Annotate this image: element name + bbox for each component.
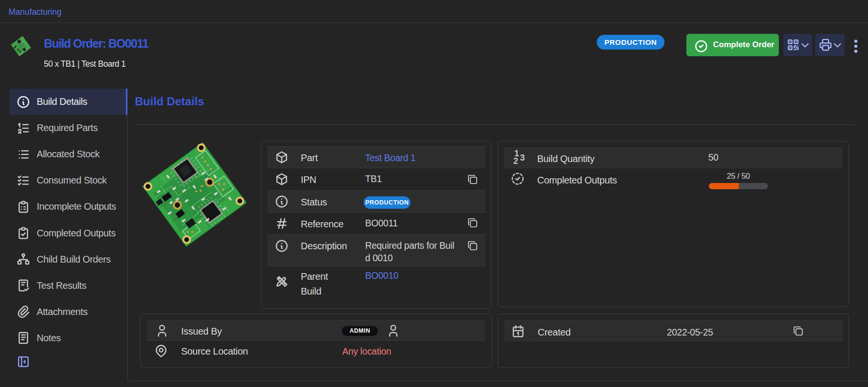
svg-text:3: 3 [520, 153, 525, 163]
svg-text:2: 2 [513, 156, 518, 164]
